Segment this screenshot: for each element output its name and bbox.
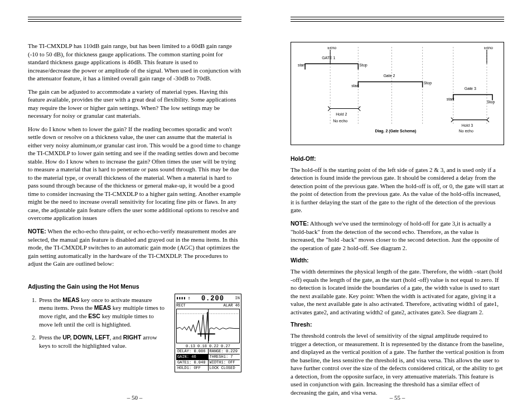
para: How do I know when to lower the gain? If… bbox=[28, 125, 241, 222]
page-number: – 50 – bbox=[28, 394, 241, 402]
note-label: NOTE: bbox=[28, 228, 46, 234]
gate-schema-diagram: Echo Echo GATE 1 start Stop Gate 2 start… bbox=[291, 42, 504, 145]
key-meas: MEAS bbox=[62, 296, 79, 303]
para-thresh: The threshold controls the level of sens… bbox=[291, 332, 504, 396]
svg-text:Diag. 2 (Gate Schema): Diag. 2 (Gate Schema) bbox=[375, 129, 416, 133]
lcd-unit: IN bbox=[235, 296, 240, 300]
para: The TI-CMXDLP has 110dB gain range, but … bbox=[28, 42, 241, 83]
page-left: The TI-CMXDLP has 110dB gain range, but … bbox=[0, 0, 266, 412]
lcd-alarm: ALAR 46 bbox=[224, 304, 240, 308]
step-1: Press the MEAS key once to activate meas… bbox=[38, 296, 167, 329]
note-para: NOTE: When the echo-echo thru-paint, or … bbox=[28, 227, 241, 268]
svg-text:No echo: No echo bbox=[333, 119, 347, 123]
svg-text:No echo: No echo bbox=[459, 129, 473, 133]
para: The gain can be adjusted to accommodate … bbox=[28, 88, 241, 120]
svg-text:start: start bbox=[351, 84, 359, 88]
subhead-adjust-gain: Adjusting the Gain using the Hot Menus bbox=[28, 283, 241, 291]
lcd-screenshot: ▮▮▮▮ ▯ 0.200 IN RECT ALAR 46 0.13 0.18 0… bbox=[175, 294, 241, 372]
page-right: Echo Echo GATE 1 start Stop Gate 2 start… bbox=[266, 0, 532, 412]
page-number: – 55 – bbox=[291, 394, 504, 402]
svg-text:Stop: Stop bbox=[359, 63, 367, 68]
note-text: Although we've used the terminology of h… bbox=[291, 220, 499, 251]
svg-text:start: start bbox=[298, 63, 306, 67]
svg-text:start: start bbox=[447, 97, 454, 101]
para-holdoff: The hold-off is the starting point of th… bbox=[291, 166, 504, 214]
note-para: NOTE: Although we've used the terminolog… bbox=[291, 219, 504, 252]
key-esc: ESC bbox=[88, 313, 100, 319]
key-right: RIGHT bbox=[123, 334, 142, 341]
header-rules bbox=[291, 17, 504, 22]
svg-text:Echo: Echo bbox=[327, 47, 336, 50]
svg-text:Echo: Echo bbox=[484, 47, 493, 50]
svg-text:Hold 3: Hold 3 bbox=[462, 123, 473, 127]
svg-text:Gate 3: Gate 3 bbox=[465, 87, 476, 90]
svg-text:Stop: Stop bbox=[487, 100, 495, 104]
step-2: Press the UP, DOWN, LEFT, and RIGHT arro… bbox=[38, 333, 167, 349]
note-label: NOTE: bbox=[291, 220, 309, 227]
heading-holdoff: Hold-Off: bbox=[291, 155, 504, 163]
lcd-mode: RECT bbox=[176, 304, 186, 308]
svg-text:Gate 2: Gate 2 bbox=[383, 74, 395, 78]
header-rules bbox=[28, 17, 241, 22]
note-text: When the echo-echo thru-paint, or echo-e… bbox=[28, 228, 240, 267]
lcd-table: DELAY: 0.086RANGE: 0.229 GAIN: 46THRESH1… bbox=[176, 348, 240, 371]
para-width: The width determines the physical length… bbox=[291, 267, 504, 316]
steps-list: Press the MEAS key once to activate meas… bbox=[28, 296, 167, 349]
keys-arrows: UP, DOWN, LEFT bbox=[62, 334, 109, 341]
lcd-bars-icon: ▮▮▮▮ ▯ bbox=[176, 296, 190, 300]
svg-text:GATE 1: GATE 1 bbox=[322, 56, 335, 60]
heading-width: Width: bbox=[291, 257, 504, 265]
lcd-reading: 0.200 bbox=[201, 295, 224, 302]
lcd-scale: 0.13 0.18 0.22 0.27 bbox=[176, 344, 240, 348]
lcd-waveform bbox=[176, 309, 240, 343]
svg-text:Stop: Stop bbox=[424, 81, 432, 85]
heading-thresh: Thresh: bbox=[291, 321, 504, 329]
svg-text:Hold 2: Hold 2 bbox=[336, 112, 347, 116]
key-meas: MEAS bbox=[94, 304, 111, 311]
